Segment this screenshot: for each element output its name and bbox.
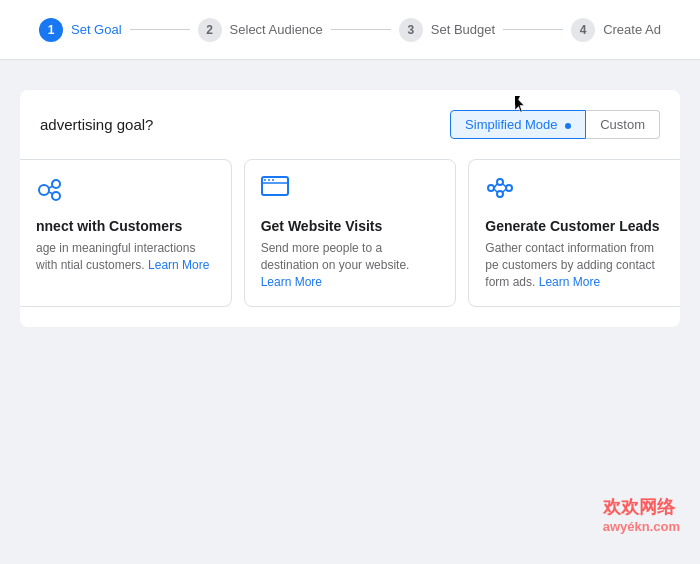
- main-content: advertising goal? Simplified Mode Custom: [0, 60, 700, 564]
- svg-point-2: [52, 192, 60, 200]
- simplified-mode-button[interactable]: Simplified Mode: [450, 110, 586, 139]
- connect-card-desc: age in meaningful interactions with ntia…: [36, 240, 215, 274]
- svg-point-13: [497, 191, 503, 197]
- step-4-label: Create Ad: [603, 22, 661, 37]
- svg-point-10: [488, 185, 494, 191]
- website-card-desc: Send more people to a destination on you…: [261, 240, 440, 290]
- svg-line-15: [503, 184, 506, 187]
- svg-point-7: [264, 179, 266, 181]
- website-icon: [261, 176, 293, 208]
- leads-card-title: Generate Customer Leads: [485, 218, 664, 234]
- bottom-spacer: [20, 327, 680, 564]
- goal-cards: nnect with Customers age in meaningful i…: [40, 159, 660, 307]
- goal-card-connect[interactable]: nnect with Customers age in meaningful i…: [20, 159, 232, 307]
- step-connector-1: [130, 29, 190, 30]
- step-2[interactable]: 2 Select Audience: [198, 18, 323, 42]
- step-3-label: Set Budget: [431, 22, 495, 37]
- svg-point-1: [52, 180, 60, 188]
- step-1-circle: 1: [39, 18, 63, 42]
- svg-line-16: [494, 189, 497, 192]
- step-2-circle: 2: [198, 18, 222, 42]
- connect-learn-more[interactable]: Learn More: [148, 258, 209, 272]
- step-2-label: Select Audience: [230, 22, 323, 37]
- step-1[interactable]: 1 Set Goal: [39, 18, 122, 42]
- svg-point-9: [272, 179, 274, 181]
- stepper: 1 Set Goal 2 Select Audience 3 Set Budge…: [39, 18, 661, 42]
- goal-card-website[interactable]: Get Website Visits Send more people to a…: [244, 159, 457, 307]
- svg-point-11: [497, 179, 503, 185]
- leads-icon: [485, 176, 517, 208]
- step-3-circle: 3: [399, 18, 423, 42]
- goal-section: advertising goal? Simplified Mode Custom: [20, 90, 680, 327]
- stepper-bar: 1 Set Goal 2 Select Audience 3 Set Budge…: [0, 0, 700, 60]
- mode-dot: [565, 123, 571, 129]
- step-4-circle: 4: [571, 18, 595, 42]
- connect-card-title: nnect with Customers: [36, 218, 215, 234]
- svg-line-17: [503, 189, 506, 192]
- website-learn-more[interactable]: Learn More: [261, 275, 322, 289]
- step-connector-2: [331, 29, 391, 30]
- mode-buttons: Simplified Mode Custom: [450, 110, 660, 139]
- svg-point-8: [268, 179, 270, 181]
- leads-learn-more[interactable]: Learn More: [539, 275, 600, 289]
- svg-line-3: [49, 186, 53, 188]
- step-1-label: Set Goal: [71, 22, 122, 37]
- goal-question: advertising goal?: [40, 116, 153, 133]
- step-3[interactable]: 3 Set Budget: [399, 18, 495, 42]
- step-connector-3: [503, 29, 563, 30]
- connect-icon: [36, 176, 68, 208]
- svg-line-4: [49, 192, 53, 194]
- step-4[interactable]: 4 Create Ad: [571, 18, 661, 42]
- svg-point-12: [506, 185, 512, 191]
- goal-header: advertising goal? Simplified Mode Custom: [40, 110, 660, 139]
- goal-card-leads[interactable]: Generate Customer Leads Gather contact i…: [468, 159, 680, 307]
- leads-card-desc: Gather contact information from pe custo…: [485, 240, 664, 290]
- svg-point-0: [39, 185, 49, 195]
- custom-mode-button[interactable]: Custom: [586, 110, 660, 139]
- website-card-title: Get Website Visits: [261, 218, 440, 234]
